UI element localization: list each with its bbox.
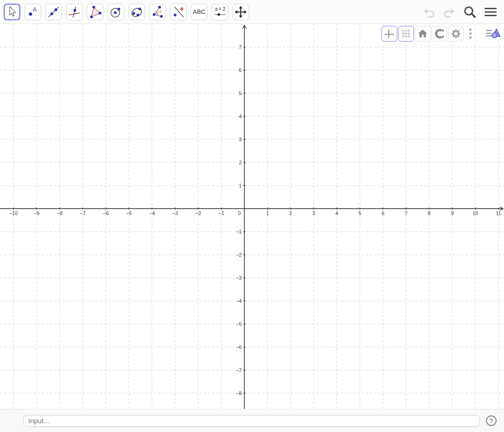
svg-text:−3: −3: [172, 210, 178, 216]
graphics-view[interactable]: −10−9−8−7−6−5−4−3−2−11234567891011765432…: [0, 24, 504, 409]
axes-icon: [384, 28, 395, 39]
svg-text:−9: −9: [34, 210, 40, 216]
stylebar-button[interactable]: [484, 26, 502, 42]
svg-text:−1: −1: [219, 210, 225, 216]
svg-text:−4: −4: [236, 298, 242, 304]
svg-text:5: 5: [239, 90, 242, 96]
tool-reflect-about-line[interactable]: [170, 4, 187, 20]
undo-button[interactable]: [422, 6, 436, 18]
ellipse-icon: [130, 5, 144, 19]
slider-icon: a = 2: [213, 5, 227, 19]
axes-layer: [0, 25, 503, 409]
search-icon: [463, 5, 477, 19]
svg-text:9: 9: [451, 210, 454, 216]
svg-text:−7: −7: [80, 210, 86, 216]
move-graphics-icon: [234, 5, 248, 19]
line-icon: [47, 5, 61, 19]
polygon-icon: [88, 5, 102, 19]
input-bar: ?: [0, 409, 504, 432]
tool-move[interactable]: [4, 4, 20, 20]
svg-text:−3: −3: [236, 275, 242, 281]
svg-text:−10: −10: [9, 210, 18, 216]
circle-icon: [109, 5, 123, 19]
svg-text:−5: −5: [236, 321, 242, 327]
svg-text:4: 4: [239, 114, 242, 119]
svg-text:8: 8: [428, 210, 431, 216]
svg-text:−5: −5: [126, 210, 132, 216]
magnet-icon: [434, 28, 445, 39]
home-button[interactable]: [415, 26, 431, 42]
reflect-icon: [171, 5, 185, 19]
svg-text:6: 6: [239, 67, 242, 73]
svg-text:−6: −6: [236, 344, 242, 350]
menu-button[interactable]: [484, 6, 498, 18]
tool-angle[interactable]: α: [149, 4, 166, 20]
graphics-style-toolbar: [382, 26, 502, 42]
gear-icon: [450, 28, 461, 39]
redo-icon: [443, 6, 456, 18]
svg-text:−8: −8: [57, 210, 63, 216]
redo-button[interactable]: [443, 6, 456, 18]
vertical-dots-icon: [466, 28, 475, 40]
tool-circle-with-center[interactable]: [108, 4, 124, 20]
tool-line[interactable]: [45, 4, 62, 20]
axes-toggle-button[interactable]: [382, 26, 397, 42]
snap-to-grid-button[interactable]: [431, 26, 447, 42]
svg-text:−1: −1: [236, 229, 242, 234]
svg-text:−8: −8: [236, 390, 242, 396]
grid-toggle-button[interactable]: [398, 26, 414, 42]
undo-icon: [422, 6, 436, 18]
svg-text:5: 5: [358, 210, 361, 216]
svg-text:−4: −4: [149, 210, 155, 216]
point-icon: A: [26, 5, 40, 19]
svg-text:−7: −7: [236, 367, 242, 373]
svg-text:α: α: [159, 9, 162, 13]
svg-text:10: 10: [473, 210, 478, 216]
graphics-canvas[interactable]: −10−9−8−7−6−5−4−3−2−11234567891011765432…: [0, 24, 504, 409]
tool-point[interactable]: A: [24, 4, 41, 20]
tool-move-graphics-view[interactable]: [232, 4, 249, 20]
svg-text:3: 3: [239, 137, 242, 142]
abc-text-icon: ABC: [193, 8, 206, 15]
search-button[interactable]: [463, 5, 477, 19]
algebra-input[interactable]: [23, 415, 480, 427]
svg-text:7: 7: [405, 210, 407, 216]
home-icon: [417, 28, 428, 39]
svg-text:11: 11: [496, 210, 501, 216]
stylebar-icon: [485, 26, 501, 41]
svg-text:0: 0: [238, 210, 241, 216]
svg-text:−2: −2: [236, 252, 242, 258]
tool-bar: A: [4, 4, 249, 20]
svg-text:4: 4: [335, 210, 338, 216]
app-header: A: [0, 0, 504, 24]
help-button[interactable]: ?: [486, 415, 497, 426]
svg-text:−6: −6: [103, 210, 109, 216]
angle-icon: α: [151, 5, 164, 19]
svg-text:1: 1: [239, 183, 242, 188]
svg-text:3: 3: [312, 210, 315, 216]
svg-text:7: 7: [239, 44, 242, 50]
hamburger-menu-icon: [484, 6, 498, 18]
move-cursor-icon: [5, 5, 19, 19]
svg-text:2: 2: [289, 210, 292, 216]
svg-text:a = 2: a = 2: [215, 6, 225, 12]
tool-perpendicular-line[interactable]: [66, 4, 83, 20]
tool-ellipse[interactable]: [128, 4, 145, 20]
grid-layer: [0, 24, 504, 409]
header-actions: [422, 5, 498, 19]
svg-text:6: 6: [382, 210, 384, 216]
settings-button[interactable]: [448, 26, 464, 42]
svg-text:1: 1: [266, 210, 269, 216]
tool-text[interactable]: ABC: [191, 4, 207, 20]
tool-slider[interactable]: a = 2: [212, 4, 228, 20]
svg-text:−2: −2: [195, 210, 201, 216]
perpendicular-line-icon: [67, 5, 81, 19]
grid-icon: [401, 28, 412, 39]
svg-text:A: A: [33, 6, 37, 13]
tool-polygon[interactable]: [87, 4, 103, 20]
more-options-button[interactable]: [465, 26, 476, 42]
svg-text:2: 2: [239, 160, 242, 165]
